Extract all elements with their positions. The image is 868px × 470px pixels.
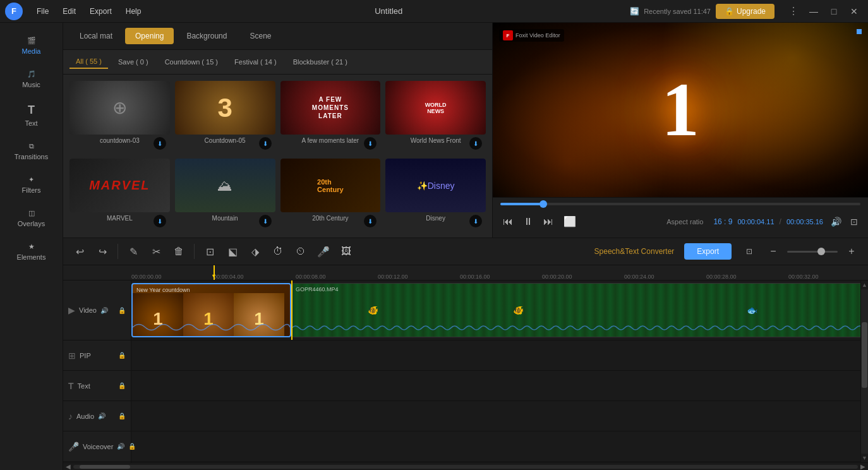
media-item-fewmoments[interactable]: A FEWMOMENTSLATER ⬇ A few moments later [280, 81, 381, 154]
scroll-thumb[interactable] [862, 322, 867, 388]
upgrade-button[interactable]: 🔒 Upgrade [716, 4, 775, 19]
filter-all[interactable]: All ( 55 ) [69, 55, 108, 69]
zoom-fit-button[interactable]: ⊡ [739, 241, 759, 262]
redo-button[interactable]: ↪ [92, 241, 112, 262]
menu-help[interactable]: Help [119, 4, 148, 18]
media-item-marvel[interactable]: MARVEL ⬇ MARVEL [69, 159, 170, 231]
lock-text-icon[interactable]: 🔒 [118, 382, 126, 389]
zoom-slider[interactable] [787, 251, 838, 253]
menu-export[interactable]: Export [83, 4, 118, 18]
volume-audio-icon[interactable]: 🔊 [98, 413, 105, 419]
lock-audio-icon[interactable]: 🔒 [118, 413, 126, 419]
lock-pip-icon[interactable]: 🔒 [118, 352, 126, 359]
timeline: 00:00:00.00 00:00:04.00 00:00:08.00 00:0… [63, 265, 868, 470]
filter-countdown[interactable]: Countdown ( 15 ) [159, 55, 224, 69]
maximize-button[interactable]: □ [825, 3, 843, 20]
pause-button[interactable]: ⏸ [521, 214, 536, 230]
undo-button[interactable]: ↩ [69, 241, 90, 262]
preview-panel: F Foxit Video Editor 1 ⏮ [493, 23, 868, 238]
crop-button[interactable]: ⊡ [200, 241, 220, 262]
sidebar-item-media[interactable]: 🎬 Media [0, 28, 63, 61]
scrollbar-thumb[interactable] [80, 465, 130, 469]
sidebar-item-elements[interactable]: ★ Elements [0, 234, 63, 267]
download-badge-countdown03[interactable]: ⬇ [154, 137, 166, 150]
tab-local-mat[interactable]: Local mat [69, 28, 123, 44]
window-controls: ⋮ — □ ✕ [785, 3, 863, 20]
menu-file[interactable]: File [30, 4, 55, 18]
sidebar-item-transitions[interactable]: ⧉ Transitions [0, 133, 63, 167]
media-item-countdown05[interactable]: 3 ⬇ Countdown-05 [175, 81, 275, 154]
volume-voiceover-icon[interactable]: 🔊 [117, 443, 124, 450]
clip-gopr[interactable]: GOPR4460.MP4 🐠 🐠 🐟 [291, 283, 860, 337]
audio-track-icon: ♪ [68, 411, 73, 421]
image-button[interactable]: 🖼 [336, 241, 356, 262]
rewind-button[interactable]: ⏮ [500, 214, 515, 230]
timer-button[interactable]: ⏲ [291, 241, 311, 262]
pip-preview-icon[interactable]: ⊡ [848, 214, 860, 229]
tab-scene[interactable]: Scene [239, 28, 281, 44]
download-badge-fewmoments[interactable]: ⬇ [364, 137, 377, 150]
cut-button[interactable]: ✂ [146, 241, 166, 262]
media-tabs: Local mat Opening Background Scene [63, 23, 492, 50]
preview-controls: ⏮ ⏸ ⏭ ⬜ Aspect ratio 16 : 9 00:00:04.11 … [493, 197, 868, 238]
forward-button[interactable]: ⏭ [541, 214, 556, 230]
export-button[interactable]: Export [684, 243, 732, 260]
download-badge-mountain[interactable]: ⬇ [259, 215, 272, 227]
clip-newyear[interactable]: New Year countdown 1 1 1 [131, 283, 291, 337]
media-item-disney[interactable]: ✨Disney ⬇ Disney [385, 159, 486, 231]
sidebar-item-music[interactable]: 🎵 Music [0, 61, 63, 95]
download-badge-20th[interactable]: ⬇ [364, 215, 377, 227]
close-button[interactable]: ✕ [845, 3, 863, 20]
side-scrollbar[interactable]: ▲ ▼ [860, 280, 868, 462]
app-logo: F [5, 3, 23, 20]
download-badge-worldnews[interactable]: ⬇ [469, 137, 482, 150]
horizontal-scrollbar[interactable]: ◀ ▶ [63, 462, 868, 470]
download-badge-countdown05[interactable]: ⬇ [259, 137, 272, 150]
filter-blockbuster[interactable]: Blockbuster ( 21 ) [287, 55, 354, 69]
zoom-in-button[interactable]: + [841, 241, 862, 262]
speed-button[interactable]: ⏱ [268, 241, 288, 262]
sidebar-item-overlays[interactable]: ◫ Overlays [0, 200, 63, 234]
tab-background[interactable]: Background [176, 28, 237, 44]
preview-progress-bar[interactable] [500, 203, 860, 205]
sidebar-item-filters[interactable]: ✦ Filters [0, 167, 63, 200]
scroll-down-arrow[interactable]: ▼ [861, 454, 868, 462]
preview-playback-controls: ⏮ ⏸ ⏭ ⬜ [500, 213, 579, 230]
sidebar-label-elements: Elements [17, 253, 46, 261]
fullscreen-button[interactable]: ⬜ [561, 213, 579, 230]
zoom-out-button[interactable]: − [763, 241, 783, 262]
speech-text-converter-button[interactable]: Speech&Text Converter [594, 247, 675, 256]
more-options-icon[interactable]: ⋮ [785, 3, 802, 20]
window-title: Untitled [147, 6, 630, 16]
filter-festival[interactable]: Festival ( 14 ) [228, 55, 283, 69]
titlebar: F File Edit Export Help Untitled 🔄 Recen… [0, 0, 868, 23]
minimize-button[interactable]: — [805, 3, 823, 20]
media-item-mountain[interactable]: ⛰ ⬇ Mountain [175, 159, 275, 231]
volume-icon[interactable]: 🔊 [828, 214, 844, 229]
voiceover-toolbar-button[interactable]: 🎤 [313, 241, 334, 262]
scroll-up-arrow[interactable]: ▲ [861, 280, 868, 289]
filter-save[interactable]: Save ( 0 ) [112, 55, 155, 69]
delete-button[interactable]: 🗑 [169, 241, 189, 262]
tab-opening[interactable]: Opening [125, 28, 174, 44]
scroll-right-arrow[interactable]: ▶ [860, 463, 865, 470]
aspect-ratio-value[interactable]: 16 : 9 [713, 217, 732, 226]
lock-video-icon[interactable]: 🔒 [118, 307, 126, 314]
scroll-left-arrow[interactable]: ◀ [66, 463, 71, 470]
menu-edit[interactable]: Edit [56, 4, 82, 18]
download-badge-marvel[interactable]: ⬇ [154, 215, 166, 227]
thumb-mountain: ⛰ [175, 159, 275, 212]
sidebar-item-text[interactable]: T Text [0, 95, 63, 133]
pip-track-row [131, 340, 860, 371]
preview-extra-row: ⏮ ⏸ ⏭ ⬜ Aspect ratio 16 : 9 00:00:04.11 … [500, 210, 860, 232]
media-item-countdown03[interactable]: ⊕ ⬇ countdown-03 [69, 81, 170, 154]
edit-button[interactable]: ✎ [123, 241, 143, 262]
merge-button[interactable]: ⬗ [245, 241, 265, 262]
progress-thumb[interactable] [539, 200, 547, 208]
split-button[interactable]: ⬕ [222, 241, 243, 262]
volume-track-icon[interactable]: 🔊 [100, 307, 108, 314]
download-badge-disney[interactable]: ⬇ [469, 215, 482, 227]
separator-1 [118, 244, 118, 259]
media-item-20th[interactable]: 20thCentury ⬇ 20th Century [280, 159, 381, 231]
media-item-worldnews[interactable]: WORLDNEWS ⬇ World News Front [385, 81, 486, 154]
